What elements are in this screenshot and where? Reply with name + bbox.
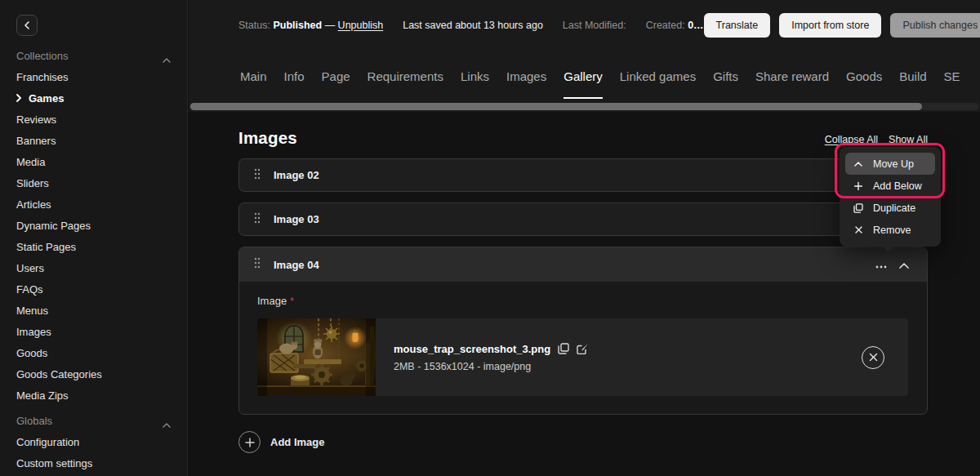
row-menu-button[interactable] xyxy=(875,257,887,272)
row-context-menu: Move Up Add Below Duplicate Remove xyxy=(840,147,941,247)
image-row-04-header[interactable]: Image 04 xyxy=(239,247,927,282)
action-buttons: Translate Import from store Publish chan… xyxy=(704,13,980,38)
tab-page[interactable]: Page xyxy=(322,51,350,101)
menu-item-remove[interactable]: Remove xyxy=(845,219,935,241)
status-dash: — xyxy=(325,20,336,31)
chevron-up-icon xyxy=(163,53,171,65)
menu-item-move-up[interactable]: Move Up xyxy=(845,153,935,175)
image-row-label: Image 02 xyxy=(274,169,319,181)
required-mark: * xyxy=(290,296,294,307)
sidebar-item-media-zips[interactable]: Media Zips xyxy=(0,385,187,406)
image-row-03[interactable]: Image 03 xyxy=(238,202,928,236)
sidebar-collapse-button[interactable] xyxy=(16,15,38,36)
sidebar-item-franchises[interactable]: Franchises xyxy=(0,66,187,87)
sidebar-item-menus[interactable]: Menus xyxy=(0,300,187,321)
image-row-02[interactable]: Image 02 xyxy=(238,158,928,192)
tab-links[interactable]: Links xyxy=(461,51,489,101)
status-bar: Status: Published — Unpublish Last saved… xyxy=(189,0,980,51)
publish-changes-button[interactable]: Publish changes xyxy=(890,13,980,38)
remove-file-button[interactable] xyxy=(862,346,884,369)
unpublish-link[interactable]: Unpublish xyxy=(338,20,384,31)
created-label: Created: xyxy=(646,20,685,31)
created-value: 0… xyxy=(688,20,703,31)
last-saved-text: Last saved about 13 hours ago xyxy=(403,20,543,31)
sidebar-item-games[interactable]: Games xyxy=(0,87,187,109)
add-image-label: Add Image xyxy=(270,436,324,448)
sidebar-nav: Collections Franchises Games Reviews Ban… xyxy=(0,45,187,474)
import-from-store-button[interactable]: Import from store xyxy=(779,13,881,38)
collapse-all-link[interactable]: Collapse All xyxy=(825,134,878,145)
tab-gallery[interactable]: Gallery xyxy=(564,51,603,101)
tab-se-truncated[interactable]: SE xyxy=(944,51,960,101)
image-rows: Image 02 Image 03 Image 04 xyxy=(238,158,928,415)
edit-icon[interactable] xyxy=(577,343,589,354)
tab-share-reward[interactable]: Share reward xyxy=(755,51,829,101)
created-text: Created: 0… xyxy=(646,20,704,31)
tab-goods[interactable]: Goods xyxy=(846,51,882,101)
chevron-right-icon xyxy=(16,94,22,102)
menu-item-add-below[interactable]: Add Below xyxy=(845,175,935,197)
tab-linked-games[interactable]: Linked games xyxy=(620,51,696,101)
section-label: Collections xyxy=(16,50,69,62)
sidebar-item-faqs[interactable]: FAQs xyxy=(0,278,187,300)
sidebar-item-dynamic-pages[interactable]: Dynamic Pages xyxy=(0,215,187,236)
chevron-up-icon xyxy=(163,418,171,430)
drag-handle-icon[interactable] xyxy=(254,168,261,183)
plus-circle-icon xyxy=(238,431,261,453)
sidebar-item-articles[interactable]: Articles xyxy=(0,194,187,215)
copy-icon[interactable] xyxy=(558,343,569,354)
sidebar-item-configuration[interactable]: Configuration xyxy=(0,431,187,452)
image-row-label: Image 03 xyxy=(274,213,319,225)
tab-build[interactable]: Build xyxy=(899,51,926,101)
translate-button[interactable]: Translate xyxy=(704,13,771,38)
tab-images[interactable]: Images xyxy=(506,51,546,101)
sidebar-item-static-pages[interactable]: Static Pages xyxy=(0,236,187,257)
tab-info[interactable]: Info xyxy=(284,51,305,101)
duplicate-icon xyxy=(853,203,864,213)
sidebar-item-sliders[interactable]: Sliders xyxy=(0,172,187,194)
status-label: Status: xyxy=(238,20,270,31)
last-modified-label: Last Modified: xyxy=(563,20,626,31)
show-all-link[interactable]: Show All xyxy=(889,134,928,145)
image-row-label: Image 04 xyxy=(274,259,319,271)
images-section-heading: Images xyxy=(238,128,297,148)
drag-handle-icon[interactable] xyxy=(254,257,261,272)
file-info: mouse_trap_screenshot_3.png 2MB - 1536x1… xyxy=(376,318,589,396)
videos-section-heading: Videos xyxy=(238,473,928,476)
sidebar-section-globals[interactable]: Globals xyxy=(0,410,187,431)
sidebar-item-goods-categories[interactable]: Goods Categories xyxy=(0,363,187,385)
app-window: Collections Franchises Games Reviews Ban… xyxy=(0,0,980,476)
menu-item-duplicate[interactable]: Duplicate xyxy=(845,197,935,219)
chevron-up-icon xyxy=(853,162,864,167)
tab-bar: Main Info Page Requirements Links Images… xyxy=(189,51,980,101)
sidebar-item-users[interactable]: Users xyxy=(0,257,187,278)
file-meta: 2MB - 1536x1024 - image/png xyxy=(394,361,589,372)
ellipsis-icon xyxy=(875,257,887,272)
status-text: Status: Published — Unpublish xyxy=(238,20,383,31)
section-label: Globals xyxy=(16,415,52,427)
tab-requirements[interactable]: Requirements xyxy=(368,51,443,101)
chevron-left-icon xyxy=(24,18,30,33)
sidebar-item-media[interactable]: Media xyxy=(0,151,187,172)
file-thumbnail-image xyxy=(257,318,376,396)
sidebar-item-goods[interactable]: Goods xyxy=(0,342,187,363)
sidebar-item-images[interactable]: Images xyxy=(0,321,187,342)
tabs-horizontal-scrollbar xyxy=(189,101,980,112)
sidebar-item-custom-settings[interactable]: Custom settings xyxy=(0,452,187,474)
collapse-row-button[interactable] xyxy=(899,257,909,272)
sidebar-item-reviews[interactable]: Reviews xyxy=(0,109,187,130)
tab-main[interactable]: Main xyxy=(240,51,267,101)
file-name: mouse_trap_screenshot_3.png xyxy=(394,343,550,355)
image-row-04-panel: Image 04 Image* xyxy=(238,247,928,415)
drag-handle-icon[interactable] xyxy=(254,212,261,227)
add-image-button[interactable]: Add Image xyxy=(238,431,928,453)
status-value: Published xyxy=(273,20,322,31)
x-icon xyxy=(853,226,864,234)
uploaded-file-card: mouse_trap_screenshot_3.png 2MB - 1536x1… xyxy=(257,318,908,396)
sidebar-item-banners[interactable]: Banners xyxy=(0,130,187,151)
image-row-04-body: Image* xyxy=(239,282,927,414)
plus-icon xyxy=(853,182,864,190)
tab-gifts[interactable]: Gifts xyxy=(713,51,738,101)
scrollbar-thumb[interactable] xyxy=(190,103,922,110)
sidebar-section-collections[interactable]: Collections xyxy=(0,45,187,66)
